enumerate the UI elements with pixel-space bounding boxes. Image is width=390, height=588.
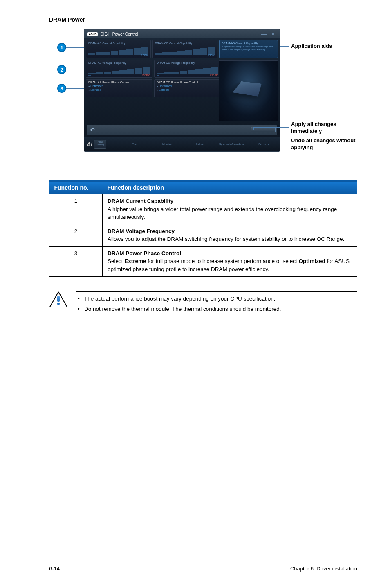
window-titlebar: ASUS DIGI+ Power Control — × (84, 29, 280, 38)
ai-logo-icon: AI (87, 141, 92, 148)
nav-tool[interactable]: Tool (119, 143, 151, 146)
screenshot-figure: 1 2 3 ASUS DIGI+ Power Control — × DRAM-… (57, 29, 357, 156)
undo-bar: ↶ (87, 125, 277, 135)
table-header-desc: Function description (103, 181, 357, 194)
radio-extreme[interactable]: Extreme (88, 88, 150, 91)
row-title: DRAM Power Phase Control (108, 249, 352, 258)
cell-desc: DRAM Voltage Frequency Allows you to adj… (103, 224, 357, 246)
callout-line (253, 127, 289, 128)
callout-aids: Application aids (291, 43, 332, 50)
cell-desc: DRAM Current Capability A higher value b… (103, 194, 357, 224)
callout-line (280, 46, 289, 47)
warning-icon (49, 291, 68, 308)
row-text: Select Extreme for full phase mode to in… (108, 258, 350, 272)
info-title: DRAM-AB Current Capability (222, 42, 276, 45)
panel-status: Disable (141, 74, 150, 76)
cell-desc: DRAM Power Phase Control Select Extreme … (103, 246, 357, 276)
nav-system-info[interactable]: System Information (215, 143, 248, 146)
panel-dram-cd-current[interactable]: DRAM-CD Current Capability —130% (152, 40, 217, 58)
nav-monitor[interactable]: Monitor (151, 143, 183, 146)
undo-icon[interactable]: ↶ (90, 127, 95, 133)
panel-status: Disable (209, 74, 218, 76)
panel-dram-ab-voltage[interactable]: DRAM-AB Voltage Frequency —Disable (86, 60, 152, 78)
cell-no: 1 (49, 194, 103, 224)
radio-optimized[interactable]: Optimized (157, 85, 218, 88)
badge-3: 3 (57, 84, 66, 93)
section-title: DRAM Power (49, 16, 357, 23)
asus-logo: ASUS (87, 32, 98, 36)
table-row: 1 DRAM Current Capability A higher value… (49, 194, 357, 224)
panel-title: DRAM-AB Power Phase Control (88, 81, 150, 84)
row-title: DRAM Current Capability (108, 197, 352, 205)
table-row: 2 DRAM Voltage Frequency Allows you to a… (49, 224, 357, 246)
notice-box: The actual performance boost may vary de… (49, 291, 357, 321)
callout-line (280, 144, 289, 144)
radio-extreme[interactable]: Extreme (157, 88, 218, 91)
badge-1: 1 (57, 43, 66, 52)
panel-dram-ab-phase[interactable]: DRAM-AB Power Phase Control Optimized Ex… (86, 79, 152, 97)
panel-dram-cd-phase[interactable]: DRAM-CD Power Phase Control Optimized Ex… (154, 79, 221, 97)
table-row: 3 DRAM Power Phase Control Select Extrem… (49, 246, 357, 276)
app-window: ASUS DIGI+ Power Control — × DRAM-AB Cur… (84, 29, 280, 152)
panel-dram-cd-voltage[interactable]: DRAM-CD Voltage Frequency —Disable (154, 60, 221, 78)
function-table: Function no. Function description 1 DRAM… (49, 180, 357, 277)
cpu-graphic (219, 60, 278, 121)
nav-settings[interactable]: Settings (247, 143, 280, 146)
panel-title: DRAM-AB Current Capability (88, 42, 148, 45)
table-header-no: Function no. (49, 181, 103, 194)
panel-info: DRAM-AB Current Capability A higher valu… (219, 40, 278, 58)
panel-dram-ab-current[interactable]: DRAM-AB Current Capability —100% (86, 40, 151, 58)
row-text: A higher value brings a wider total powe… (108, 206, 337, 220)
callout-undo: Undo all changes without applying (291, 137, 356, 151)
info-text: A higher value brings a wider total powe… (222, 45, 276, 51)
row-text: Allows you to adjust the DRAM switching … (108, 236, 344, 242)
window-title: DIGI+ Power Control (100, 32, 138, 36)
panel-title: DRAM-CD Power Phase Control (157, 81, 218, 84)
callout-line (253, 127, 254, 130)
notice-item: Do not remove the thermal module. The th… (84, 305, 354, 313)
badge-2: 2 (57, 65, 66, 74)
bottom-nav: AI Auto Tuning Tool Monitor Update Syste… (84, 137, 280, 151)
panel-title: DRAM-CD Voltage Frequency (157, 61, 218, 64)
panel-value: 100% (141, 54, 148, 57)
nav-sub-tuning[interactable]: Auto Tuning (94, 140, 106, 149)
panel-value: 130% (208, 54, 215, 57)
row-title: DRAM Voltage Frequency (108, 227, 352, 236)
notice-item: The actual performance boost may vary de… (84, 295, 354, 303)
radio-optimized[interactable]: Optimized (88, 85, 150, 88)
panel-title: DRAM-AB Voltage Frequency (88, 61, 150, 64)
callout-apply: Apply all changes immediately (291, 121, 356, 135)
cell-no: 3 (49, 246, 103, 276)
apply-button[interactable] (251, 127, 276, 132)
window-controls[interactable]: — × (261, 31, 276, 37)
notice-content: The actual performance boost may vary de… (76, 291, 357, 321)
nav-update[interactable]: Update (183, 143, 215, 146)
nav-ai-suite[interactable]: AI Auto Tuning (84, 140, 119, 149)
panel-title: DRAM-CD Current Capability (155, 42, 215, 45)
cell-no: 2 (49, 224, 103, 246)
